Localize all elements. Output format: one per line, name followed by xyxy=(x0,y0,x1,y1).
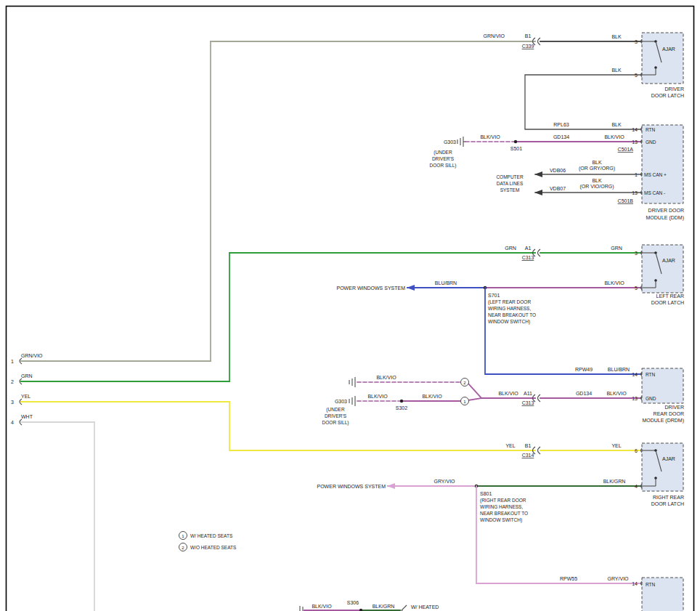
ground-location: DRIVER'S xyxy=(325,413,347,418)
system-label: DATA LINES xyxy=(497,181,524,186)
wiring-diagram-page: 1 GRN/VIO 2 GRN 3 YEL 4 WHT GRN/VIO B1 C… xyxy=(0,0,700,611)
connector-name: C339 xyxy=(522,44,534,49)
splice-dot xyxy=(514,140,517,143)
wire-color-label: BLU/BRN xyxy=(608,367,630,372)
module-pin-label: MS CAN - xyxy=(644,190,665,195)
module-pin-label: GND xyxy=(646,139,656,145)
splice-location: (LEFT REAR DOOR xyxy=(488,299,531,305)
left-rear-latch-circuit: GRN A1 C313 GRN 3 POWER WINDOWS SYSTEM B… xyxy=(229,245,684,374)
wire-color-label: GRN/VIO xyxy=(21,353,43,358)
wire-color-label: BLK/VIO xyxy=(604,280,624,286)
wire-color-label: BLK/VIO xyxy=(376,375,396,380)
system-label: SYSTEM xyxy=(500,187,520,193)
blk-wire-pin5-to-rtn xyxy=(525,75,642,129)
circuit-label: GD134 xyxy=(576,391,592,396)
connector-name: C313 xyxy=(522,255,534,260)
connector-name: C313 xyxy=(522,400,534,405)
switch-state-label: AJAR xyxy=(662,258,675,263)
wire-color-label: GRY/VIO xyxy=(434,479,455,484)
module-pin-label: RTN xyxy=(646,372,656,377)
bottom-module-circuit: RPW55 GRY/VIO 14 RTN xyxy=(560,576,683,611)
pin-number: 2 xyxy=(11,379,14,384)
ground-location: DRIVER'S xyxy=(432,156,455,161)
ground-location: DOOR SILL) xyxy=(322,420,349,426)
circuit-label: RPW55 xyxy=(560,576,577,581)
wire-color-label: BLK/VIO xyxy=(367,394,388,399)
pin-number: 6 xyxy=(635,448,638,453)
arrow-left-icon xyxy=(534,190,542,195)
pin-number: 13 xyxy=(632,396,638,401)
pin-number: 1 xyxy=(11,359,14,364)
module-pin-label: MS CAN + xyxy=(644,172,667,177)
splice-location: WINDOW SWITCH) xyxy=(488,319,530,325)
pin-number: 1 xyxy=(635,172,638,177)
splice-label: S306 xyxy=(347,600,359,605)
system-label: POWER WINDOWS SYSTEM xyxy=(317,484,386,489)
wire-color-label: (OR GRY/ORG) xyxy=(579,166,615,171)
pin-number: 13 xyxy=(632,139,638,145)
circuit-label: VDB06 xyxy=(550,168,566,173)
system-label: POWER WINDOWS SYSTEM xyxy=(337,286,406,291)
splice-location: WIRING HARNESS, xyxy=(488,306,531,311)
ground-label: G303 xyxy=(444,139,456,145)
connector-name: C501B xyxy=(618,198,634,203)
wire-color-label: BLK/GRN xyxy=(373,604,395,609)
splice-location: NEAR BREAKOUT TO xyxy=(480,511,528,516)
wire-color-label: BLK xyxy=(592,178,602,183)
ground-label: G303 xyxy=(335,399,347,404)
switch-state-label: AJAR xyxy=(662,46,675,52)
switch-state-label: AJAR xyxy=(662,456,675,461)
splice-location: WINDOW SWITCH) xyxy=(480,517,522,523)
wire-color-label: BLK xyxy=(611,68,622,73)
left-rear-latch-box xyxy=(642,245,683,293)
pin-number: 3 xyxy=(11,400,14,405)
connector-name: C314 xyxy=(522,453,534,458)
pin-number: 5 xyxy=(635,286,638,291)
component-name: DOOR LATCH xyxy=(651,300,684,305)
connector-pin: B1 xyxy=(525,443,532,448)
wire-color-label: BLK xyxy=(611,122,622,127)
splice-location: WIRING HARNESS, xyxy=(480,504,523,509)
circuit-label: RPL63 xyxy=(553,122,569,127)
pin-number: 14 xyxy=(632,581,638,586)
arrow-left-icon xyxy=(407,285,415,291)
ground-icon xyxy=(457,137,465,147)
wire-color-label: GRN/VIO xyxy=(483,33,505,39)
harness-pins: 1 GRN/VIO 2 GRN 3 YEL 4 WHT xyxy=(11,41,229,611)
ground-location: DOOR SILL) xyxy=(430,163,457,169)
module-pin-label: GND xyxy=(646,396,656,401)
wire-color-label: WHT xyxy=(21,414,33,419)
splice-location: NEAR BREAKOUT TO xyxy=(488,312,536,317)
pin-number: 3 xyxy=(635,39,638,44)
ground-icon xyxy=(349,396,355,406)
connector-pin: A1 xyxy=(525,246,532,251)
wire-color-label: BLK/VIO xyxy=(606,391,627,396)
wire-color-label: BLU/BRN xyxy=(435,280,457,286)
ddm-circuit: RPL63 BLK 14 S501 BLK/VIO GD134 BLK/VIO … xyxy=(430,122,684,221)
wire-color-label: GRY/VIO xyxy=(607,576,629,581)
component-name: DRIVER xyxy=(665,405,684,410)
legend: 1 W/ HEATED SEATS 2 W/O HEATED SEATS xyxy=(179,532,237,551)
component-name: DOOR LATCH xyxy=(651,93,684,98)
component-name: LEFT REAR xyxy=(656,294,684,299)
component-name: RIGHT REAR xyxy=(653,495,684,500)
pin-number: 4 xyxy=(635,484,638,489)
wire-color-label: BLK/VIO xyxy=(498,391,518,396)
ground-location: (UNDER xyxy=(326,407,345,413)
component-name: MODULE (DDM) xyxy=(646,215,685,221)
wiring-diagram: 1 GRN/VIO 2 GRN 3 YEL 4 WHT GRN/VIO B1 C… xyxy=(0,0,700,611)
arrow-left-icon xyxy=(387,483,395,489)
splice-location: (RIGHT REAR DOOR xyxy=(480,498,526,503)
circuit-label: RPW49 xyxy=(575,367,593,372)
pin-number: 4 xyxy=(11,420,14,425)
driver-door-latch-circuit: GRN/VIO B1 C339 BLK 3 BLK 5 AJAR DRIVER … xyxy=(211,33,684,129)
splice-label: S701 xyxy=(488,293,500,298)
connector-pin: A11 xyxy=(524,391,532,396)
splice-label: S302 xyxy=(396,405,407,410)
pin-number: 14 xyxy=(632,372,638,377)
splice-label: S801 xyxy=(480,491,492,496)
bottom-splice-row: BLK/VIO S306 BLK/GRN W/ HEATED xyxy=(300,600,439,611)
wire-color-label: YEL xyxy=(21,394,30,399)
circuit-label: GD134 xyxy=(553,134,569,139)
wire-color-label: BLK xyxy=(592,160,602,165)
